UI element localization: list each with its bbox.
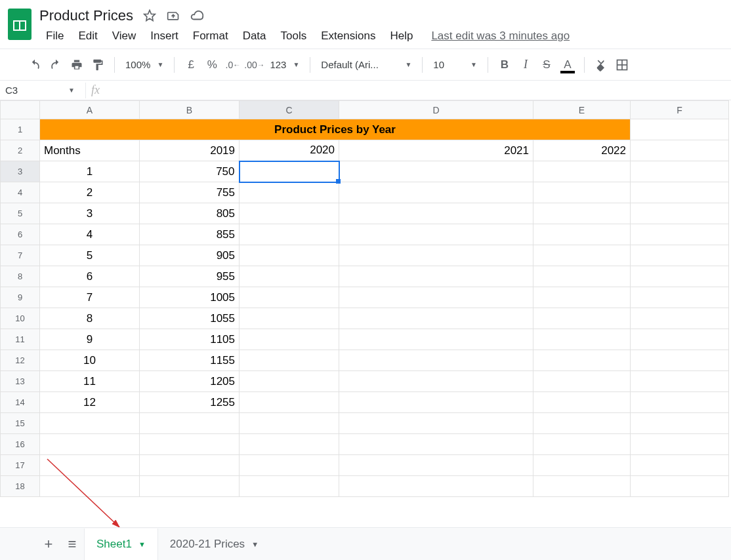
cell[interactable]: 1205 [140, 371, 240, 392]
cell[interactable]: 10 [40, 350, 140, 371]
cell[interactable] [533, 329, 631, 350]
cell[interactable] [140, 476, 240, 497]
cell[interactable]: 750 [140, 161, 240, 182]
increase-decimal-button[interactable]: .00→ [244, 55, 264, 75]
cell[interactable] [339, 350, 533, 371]
cell[interactable] [339, 413, 533, 434]
cell[interactable] [631, 203, 729, 224]
row-header[interactable]: 18 [1, 476, 40, 497]
cell[interactable] [240, 287, 339, 308]
cell[interactable] [533, 266, 631, 287]
menu-data[interactable]: Data [236, 27, 273, 45]
row-header[interactable]: 17 [1, 455, 40, 476]
menu-insert[interactable]: Insert [144, 27, 185, 45]
redo-icon[interactable] [46, 55, 66, 75]
select-all-corner[interactable] [1, 101, 40, 119]
cell[interactable]: Months [40, 140, 140, 161]
cloud-icon[interactable] [190, 9, 204, 23]
cell[interactable] [339, 329, 533, 350]
row-header[interactable]: 16 [1, 434, 40, 455]
row-header[interactable]: 1 [1, 119, 40, 140]
sheet-tab-2020-21-prices[interactable]: 2020-21 Prices ▼ [158, 529, 270, 560]
cell[interactable] [631, 350, 729, 371]
cell[interactable] [339, 434, 533, 455]
cell[interactable] [533, 287, 631, 308]
row-header[interactable]: 14 [1, 392, 40, 413]
cell[interactable] [240, 455, 339, 476]
col-header-e[interactable]: E [533, 101, 631, 119]
cell[interactable] [240, 182, 339, 203]
cell[interactable] [240, 476, 339, 497]
cell[interactable] [240, 371, 339, 392]
strikethrough-button[interactable]: S [537, 55, 556, 75]
cell[interactable] [40, 413, 140, 434]
cell[interactable] [339, 182, 533, 203]
cell[interactable] [140, 434, 240, 455]
row-header[interactable]: 6 [1, 224, 40, 245]
font-size-dropdown[interactable]: 10▼ [429, 59, 481, 70]
cell[interactable] [240, 245, 339, 266]
col-header-f[interactable]: F [631, 101, 729, 119]
cell[interactable] [533, 413, 631, 434]
cell[interactable]: 7 [40, 287, 140, 308]
cell[interactable]: 2021 [339, 140, 533, 161]
paint-format-icon[interactable] [88, 55, 108, 75]
cell[interactable] [339, 371, 533, 392]
font-dropdown[interactable]: Default (Ari...▼ [317, 59, 415, 70]
star-icon[interactable] [142, 9, 157, 23]
cell[interactable] [631, 224, 729, 245]
cell[interactable]: 1105 [140, 329, 240, 350]
cell[interactable] [240, 203, 339, 224]
cell[interactable]: 1155 [140, 350, 240, 371]
cell[interactable] [533, 350, 631, 371]
cell[interactable] [339, 308, 533, 329]
cell[interactable]: 8 [40, 308, 140, 329]
cell[interactable] [339, 224, 533, 245]
cell[interactable] [533, 203, 631, 224]
cell[interactable]: 955 [140, 266, 240, 287]
cell[interactable]: 3 [40, 203, 140, 224]
cell[interactable] [339, 266, 533, 287]
cell[interactable] [339, 455, 533, 476]
row-header[interactable]: 5 [1, 203, 40, 224]
cell[interactable] [631, 245, 729, 266]
cell[interactable] [631, 434, 729, 455]
undo-icon[interactable] [25, 55, 45, 75]
spreadsheet-grid[interactable]: A B C D E F 1 Product Prices by Year 2 M… [0, 100, 729, 497]
cell[interactable] [533, 182, 631, 203]
cell[interactable] [40, 455, 140, 476]
cell[interactable] [631, 413, 729, 434]
cell[interactable] [339, 203, 533, 224]
cell[interactable] [631, 392, 729, 413]
cell[interactable] [631, 287, 729, 308]
row-header[interactable]: 12 [1, 350, 40, 371]
row-header[interactable]: 4 [1, 182, 40, 203]
chevron-down-icon[interactable]: ▼ [251, 540, 259, 548]
doc-title[interactable]: Product Prices [39, 7, 133, 24]
cell[interactable] [140, 455, 240, 476]
row-header[interactable]: 15 [1, 413, 40, 434]
zoom-dropdown[interactable]: 100%▼ [121, 59, 167, 70]
cell[interactable]: 755 [140, 182, 240, 203]
cell[interactable] [240, 308, 339, 329]
sheets-logo[interactable] [5, 5, 34, 43]
add-sheet-button[interactable]: + [37, 532, 60, 556]
cell[interactable] [40, 476, 140, 497]
cell[interactable] [631, 371, 729, 392]
cell[interactable] [240, 392, 339, 413]
cell[interactable] [533, 161, 631, 182]
cell[interactable] [533, 224, 631, 245]
cell[interactable] [631, 329, 729, 350]
cell[interactable] [339, 161, 533, 182]
col-header-a[interactable]: A [40, 101, 140, 119]
menu-format[interactable]: Format [186, 27, 235, 45]
cell[interactable] [631, 266, 729, 287]
cell[interactable] [339, 245, 533, 266]
cell[interactable]: 1005 [140, 287, 240, 308]
cell[interactable] [533, 245, 631, 266]
cell[interactable] [631, 119, 729, 140]
cell[interactable] [533, 308, 631, 329]
name-box[interactable]: C3▼ [0, 85, 80, 96]
row-header[interactable]: 10 [1, 308, 40, 329]
cell[interactable] [631, 308, 729, 329]
